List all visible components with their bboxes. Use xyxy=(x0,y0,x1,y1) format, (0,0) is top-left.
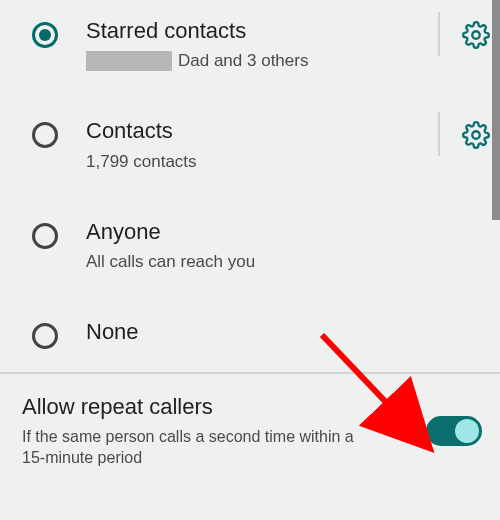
section-description: If the same person calls a second time w… xyxy=(22,426,362,469)
option-none[interactable]: None xyxy=(0,301,500,371)
option-text: Starred contacts Dad and 3 others xyxy=(58,18,438,72)
option-starred-contacts[interactable]: Starred contacts Dad and 3 others xyxy=(0,0,500,100)
section-text: Allow repeat callers If the same person … xyxy=(22,394,410,469)
option-text: Anyone All calls can reach you xyxy=(58,219,490,273)
option-right xyxy=(438,120,490,150)
scrollbar[interactable] xyxy=(492,0,500,220)
radio-anyone[interactable] xyxy=(32,223,58,249)
option-title: None xyxy=(86,319,482,345)
radio-starred-contacts[interactable] xyxy=(32,22,58,48)
option-title: Contacts xyxy=(86,118,430,144)
allow-repeat-callers-row[interactable]: Allow repeat callers If the same person … xyxy=(0,374,500,493)
option-subtitle: Dad and 3 others xyxy=(86,50,430,72)
option-subtitle: 1,799 contacts xyxy=(86,151,430,173)
vertical-divider xyxy=(438,12,440,56)
allow-repeat-callers-switch[interactable] xyxy=(426,416,482,446)
option-title: Starred contacts xyxy=(86,18,430,44)
vertical-divider xyxy=(438,112,440,156)
call-allow-options-list: Starred contacts Dad and 3 others Contac… xyxy=(0,0,500,372)
option-anyone[interactable]: Anyone All calls can reach you xyxy=(0,201,500,301)
option-contacts[interactable]: Contacts 1,799 contacts xyxy=(0,100,500,200)
option-text: Contacts 1,799 contacts xyxy=(58,118,438,172)
svg-point-1 xyxy=(472,132,479,139)
radio-none[interactable] xyxy=(32,323,58,349)
gear-icon[interactable] xyxy=(462,21,490,49)
redacted-name xyxy=(86,51,172,71)
gear-icon[interactable] xyxy=(462,121,490,149)
radio-contacts[interactable] xyxy=(32,122,58,148)
subtitle-suffix: Dad and 3 others xyxy=(178,50,308,72)
option-title: Anyone xyxy=(86,219,482,245)
section-title: Allow repeat callers xyxy=(22,394,410,420)
option-text: None xyxy=(58,319,490,351)
svg-point-0 xyxy=(472,31,479,38)
option-right xyxy=(438,20,490,50)
option-subtitle: All calls can reach you xyxy=(86,251,482,273)
